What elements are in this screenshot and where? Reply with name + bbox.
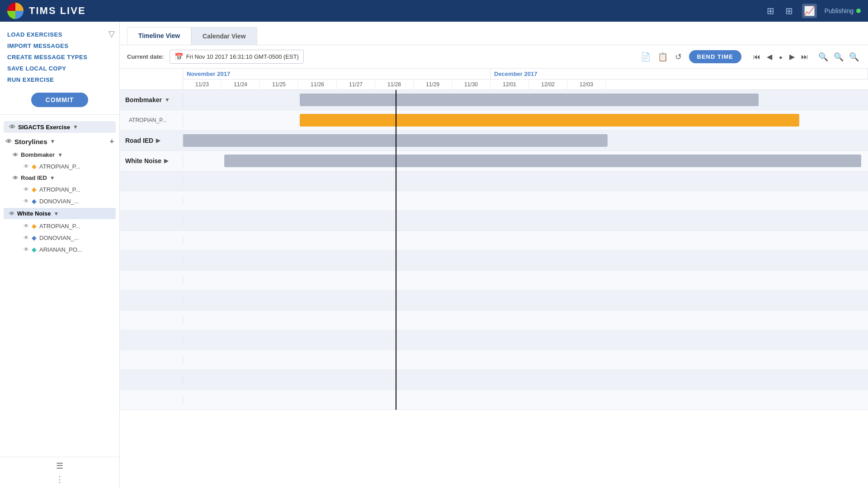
day-1202: 12/02 xyxy=(529,80,567,89)
timeline-wrapper[interactable]: November 2017 December 2017 11/23 11/24 … xyxy=(120,69,868,488)
white-noise-gray-bar[interactable] xyxy=(224,155,861,167)
sigacts-exercise-header[interactable]: 👁 SIGACTS Exercise ▼ xyxy=(4,121,116,133)
sigacts-eye-icon[interactable]: 👁 xyxy=(9,123,15,131)
chart-icon[interactable]: 📈 xyxy=(802,4,817,18)
white-noise-donovian-item[interactable]: 👁 ◆ DONOVIAN_... xyxy=(0,232,119,244)
nav-last-button[interactable]: ⏭ xyxy=(798,51,811,63)
road-ied-atropian-item[interactable]: 👁 ◆ ATROPIAN_P... xyxy=(0,183,119,195)
zoom-out-button[interactable]: 🔍 xyxy=(847,50,861,64)
white-noise-group-header[interactable]: 👁 White Noise ▼ xyxy=(4,208,116,219)
empty-label-2 xyxy=(120,197,183,205)
road-ied-row-chevron: ▶ xyxy=(156,137,160,144)
white-noise-eye-icon[interactable]: 👁 xyxy=(9,211,14,217)
road-ied-atropian-eye[interactable]: 👁 xyxy=(24,186,29,192)
import-messages-link[interactable]: IMPORT MESSAGES xyxy=(7,40,112,52)
empty-row-7 xyxy=(120,291,868,310)
empty-row-6 xyxy=(120,271,868,291)
storylines-chevron: ▼ xyxy=(50,138,56,145)
empty-label-1 xyxy=(120,178,183,185)
bend-time-button[interactable]: BEND TIME xyxy=(689,50,742,63)
run-exercise-link[interactable]: RUN EXERCISE xyxy=(7,74,112,85)
white-noise-arianan-item[interactable]: 👁 ◆ ARIANAN_PO... xyxy=(0,244,119,255)
sigacts-label: SIGACTS Exercise xyxy=(18,124,70,131)
empty-row-11 xyxy=(120,370,868,390)
document-icon[interactable]: 📄 xyxy=(639,50,652,64)
tab-timeline-view[interactable]: Timeline View xyxy=(127,27,191,45)
empty-label-5 xyxy=(120,257,183,264)
empty-label-10 xyxy=(120,357,183,364)
sigacts-chevron: ▼ xyxy=(73,124,78,130)
bombmaker-row-label: Bombmaker ▼ xyxy=(120,93,183,107)
atropian-bars xyxy=(183,110,868,130)
bombmaker-gray-bar[interactable] xyxy=(300,94,759,106)
white-noise-atropian-diamond: ◆ xyxy=(32,222,37,230)
storylines-eye-icon[interactable]: 👁 xyxy=(5,138,12,145)
november-header: November 2017 xyxy=(183,69,491,79)
day-1127: 11/27 xyxy=(337,80,375,89)
sidebar-sort-icon[interactable]: ⋮ xyxy=(56,474,64,484)
white-noise-label: White Noise xyxy=(17,210,51,217)
load-exercises-link[interactable]: LOAD EXERCISES xyxy=(7,29,112,40)
date-display[interactable]: 📅 Fri Nov 10 2017 16:31:10 GMT-0500 (EST… xyxy=(170,50,304,64)
toolbar-action-icons: 📄 📋 ↺ xyxy=(639,50,684,64)
app-title: TIMS LIVE xyxy=(29,5,760,17)
road-ied-donovian-eye[interactable]: 👁 xyxy=(24,198,29,204)
white-noise-arianan-eye[interactable]: 👁 xyxy=(24,246,29,253)
white-noise-row-chevron: ▶ xyxy=(164,158,168,164)
day-1123: 11/23 xyxy=(183,80,222,89)
bombmaker-atropian-item[interactable]: 👁 ◆ ATROPIAN_P... xyxy=(0,160,119,172)
gantt-area: Bombmaker ▼ ATROPIAN_P... xyxy=(120,90,868,410)
bombmaker-group-header[interactable]: 👁 Bombmaker ▼ xyxy=(0,149,119,160)
nav-next-button[interactable]: ▶ xyxy=(787,51,797,63)
sidebar-tree: 👁 SIGACTS Exercise ▼ 👁 Storylines ▼ + 👁 … xyxy=(0,117,119,457)
copy-icon[interactable]: 📋 xyxy=(656,50,670,64)
empty-label-12 xyxy=(120,396,183,404)
atropian-row: ATROPIAN_P... xyxy=(120,110,868,131)
empty-label-8 xyxy=(120,317,183,324)
bombmaker-atropian-eye[interactable]: 👁 xyxy=(24,163,29,169)
empty-label-11 xyxy=(120,376,183,384)
nav-first-button[interactable]: ⏮ xyxy=(750,51,763,63)
white-noise-arianan-diamond: ◆ xyxy=(32,246,37,253)
road-ied-chevron: ▼ xyxy=(50,175,55,181)
save-local-copy-link[interactable]: SAVE LOCAL COPY xyxy=(7,63,112,74)
storylines-header[interactable]: 👁 Storylines ▼ + xyxy=(0,134,119,149)
zoom-in-button[interactable]: 🔍 xyxy=(816,50,830,64)
bombmaker-eye-icon[interactable]: 👁 xyxy=(13,152,18,158)
road-ied-eye-icon[interactable]: 👁 xyxy=(13,175,18,181)
road-ied-donovian-item[interactable]: 👁 ◆ DONOVIAN_... xyxy=(0,195,119,207)
book-icon[interactable]: ⊞ xyxy=(765,4,776,18)
grid-icon[interactable]: ⊞ xyxy=(783,4,795,18)
header-icons: ⊞ ⊞ 📈 Publishing xyxy=(765,4,861,18)
nav-prev-button[interactable]: ◀ xyxy=(764,51,775,63)
nav-controls: ⏮ ◀ ⬥ ▶ ⏭ xyxy=(750,51,811,63)
nav-center-button[interactable]: ⬥ xyxy=(776,51,786,63)
white-noise-atropian-item[interactable]: 👁 ◆ ATROPIAN_P... xyxy=(0,220,119,232)
road-ied-atropian-diamond: ◆ xyxy=(32,186,37,193)
empty-label-9 xyxy=(120,337,183,344)
commit-button[interactable]: COMMIT xyxy=(31,93,89,107)
sidebar-filter-icon[interactable]: ☰ xyxy=(56,461,63,471)
sidebar-nav: LOAD EXERCISES IMPORT MESSAGES CREATE ME… xyxy=(0,22,119,89)
refresh-icon[interactable]: ↺ xyxy=(673,50,684,64)
sidebar: LOAD EXERCISES IMPORT MESSAGES CREATE ME… xyxy=(0,22,120,488)
timeline-label-header xyxy=(120,69,183,89)
road-ied-donovian-label: DONOVIAN_... xyxy=(39,198,79,205)
atropian-orange-bar[interactable] xyxy=(300,114,800,127)
white-noise-row-label: White Noise ▶ xyxy=(120,154,183,168)
empty-row-3 xyxy=(120,211,868,231)
road-ied-group-header[interactable]: 👁 Road IED ▼ xyxy=(0,172,119,183)
white-noise-atropian-eye[interactable]: 👁 xyxy=(24,223,29,229)
add-storyline-button[interactable]: + xyxy=(110,137,114,145)
filter-top-icon[interactable]: ▽ xyxy=(108,29,115,39)
day-1130: 11/30 xyxy=(452,80,491,89)
white-noise-donovian-eye[interactable]: 👁 xyxy=(24,235,29,241)
road-ied-gray-bar[interactable] xyxy=(183,134,608,147)
create-message-types-link[interactable]: CREATE MESSAGE TYPES xyxy=(7,52,112,63)
road-ied-row-text: Road IED xyxy=(125,137,153,144)
tab-calendar-view[interactable]: Calendar View xyxy=(191,27,257,45)
zoom-reset-button[interactable]: 🔍 xyxy=(832,50,845,64)
timeline-months: November 2017 December 2017 11/23 11/24 … xyxy=(183,69,868,89)
sidebar-bottom-icons: ☰ ⋮ xyxy=(0,457,119,488)
empty-row-1 xyxy=(120,171,868,191)
